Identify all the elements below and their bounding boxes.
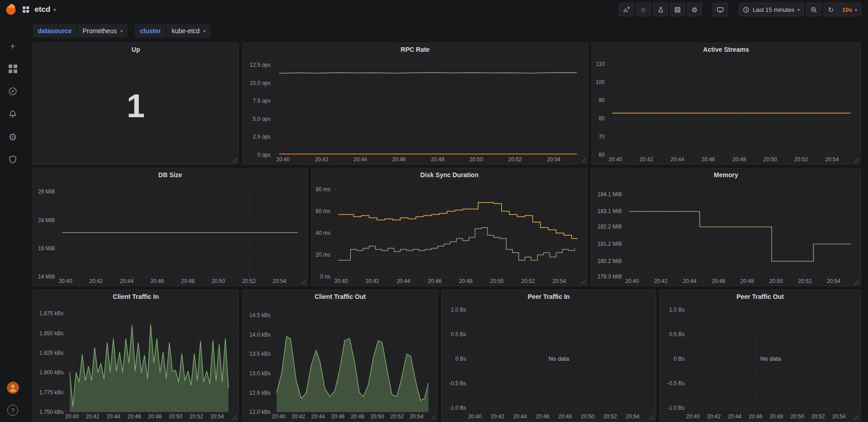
grafana-logo-icon[interactable] <box>5 3 17 16</box>
panel-title[interactable]: Disk Sync Duration <box>312 169 587 181</box>
svg-text:1.850 kBs: 1.850 kBs <box>39 330 64 337</box>
svg-text:1.825 kBs: 1.825 kBs <box>39 350 64 356</box>
svg-text:20:50: 20:50 <box>763 156 777 163</box>
panel-peer-traffic-in: Peer Traffic In 20:4020:4220:4420:4620:4… <box>441 290 656 422</box>
sidebar-item-create[interactable]: + <box>7 40 19 52</box>
share-button[interactable] <box>653 3 668 16</box>
client-traffic-out-chart[interactable]: 20:4020:4220:4420:4620:4820:5020:5220:54… <box>243 303 437 421</box>
panel-peer-traffic-out: Peer Traffic Out 20:4020:4220:4420:4620:… <box>660 290 861 422</box>
dashboard-title-dropdown[interactable]: etcd ▾ <box>35 5 56 14</box>
svg-text:-0.5 Bs: -0.5 Bs <box>667 380 685 387</box>
peer-traffic-in-chart[interactable]: 20:4020:4220:4420:4620:4820:5020:5220:54… <box>442 303 655 421</box>
svg-text:20:44: 20:44 <box>311 413 325 420</box>
sidebar-item-server-admin[interactable] <box>7 154 19 165</box>
dashboards-icon <box>9 65 17 73</box>
svg-text:90: 90 <box>598 97 605 104</box>
sidebar: + ⚙ ? <box>0 19 25 422</box>
svg-text:20:48: 20:48 <box>431 156 444 163</box>
time-range-picker[interactable]: Last 15 minutes ▾ <box>739 3 804 16</box>
dashboard-content: datasource Prometheus ▾ cluster kube-etc… <box>25 19 868 422</box>
rpc-rate-chart[interactable]: 20:4020:4220:4420:4620:4820:5020:5220:54… <box>243 56 587 164</box>
svg-text:20:50: 20:50 <box>490 278 503 284</box>
panel-title[interactable]: Peer Traffic Out <box>660 290 860 303</box>
panel-title[interactable]: Client Traffic Out <box>243 290 437 303</box>
svg-text:20:50: 20:50 <box>769 278 783 284</box>
svg-text:13.5 kBs: 13.5 kBs <box>250 351 271 357</box>
svg-text:20:40: 20:40 <box>608 156 622 163</box>
panel-grid: Up 1 RPC Rate 20:4020:4220:4420:4620:482… <box>25 43 868 422</box>
refresh-interval-dropdown[interactable]: 10s ▾ <box>838 3 861 16</box>
panel-disk-sync-duration: Disk Sync Duration 20:4020:4220:4420:462… <box>311 168 588 286</box>
sidebar-item-configuration[interactable]: ⚙ <box>7 131 19 143</box>
svg-text:20:52: 20:52 <box>798 278 812 284</box>
panel-title[interactable]: Up <box>33 43 238 56</box>
svg-text:20:44: 20:44 <box>396 278 410 284</box>
refresh-button[interactable]: ↻ <box>824 3 838 16</box>
dashboard-settings-button[interactable]: ⚙ <box>687 3 702 16</box>
plus-icon: + <box>10 41 15 51</box>
svg-text:29 MiB: 29 MiB <box>38 189 55 195</box>
svg-text:20:50: 20:50 <box>169 413 182 420</box>
svg-text:20:42: 20:42 <box>365 278 379 284</box>
svg-text:20:40: 20:40 <box>626 278 639 284</box>
svg-text:1.0 Bs: 1.0 Bs <box>451 307 466 313</box>
sidebar-item-explore[interactable] <box>7 85 19 97</box>
navbar-right: ☆ ⚙ Last 15 minutes ▾ ↻ 10s <box>619 3 862 16</box>
client-traffic-in-chart[interactable]: 20:4020:4220:4420:4620:4820:5020:5220:54… <box>33 303 238 421</box>
svg-text:1.875 kBs: 1.875 kBs <box>39 310 64 317</box>
variable-cluster-dropdown[interactable]: kube-etcd ▾ <box>167 24 211 38</box>
svg-text:20:40: 20:40 <box>65 413 79 420</box>
svg-text:0 Bs: 0 Bs <box>674 356 685 362</box>
sidebar-item-dashboards[interactable] <box>7 63 19 74</box>
svg-text:20:46: 20:46 <box>749 413 762 420</box>
variable-datasource-dropdown[interactable]: Prometheus ▾ <box>78 24 128 38</box>
svg-text:100: 100 <box>596 79 605 85</box>
panel-title[interactable]: Peer Traffic In <box>442 290 655 303</box>
svg-text:20:44: 20:44 <box>683 278 696 284</box>
svg-text:-1.0 Bs: -1.0 Bs <box>667 405 685 411</box>
svg-text:20:48: 20:48 <box>740 278 754 284</box>
save-button[interactable] <box>670 3 685 16</box>
up-stat-value: 1 <box>33 56 238 164</box>
dashboard-grid-icon[interactable] <box>23 6 29 13</box>
shield-icon <box>8 155 17 164</box>
svg-text:20:52: 20:52 <box>521 278 535 284</box>
zoom-out-button[interactable] <box>806 3 821 16</box>
svg-text:179.3 MiB: 179.3 MiB <box>597 273 622 280</box>
clock-icon <box>743 6 750 13</box>
svg-text:20:54: 20:54 <box>827 278 841 284</box>
disk-sync-duration-chart[interactable]: 20:4020:4220:4420:4620:4820:5020:5220:54… <box>312 181 587 286</box>
panel-title[interactable]: Memory <box>592 169 860 181</box>
svg-text:0.5 Bs: 0.5 Bs <box>451 331 466 338</box>
active-streams-chart[interactable]: 20:4020:4220:4420:4620:4820:5020:5220:54… <box>592 56 860 164</box>
svg-text:181.2 MiB: 181.2 MiB <box>597 241 622 247</box>
add-panel-button[interactable] <box>619 3 634 16</box>
help-button[interactable]: ? <box>7 405 18 416</box>
panel-title[interactable]: Client Traffic In <box>33 290 238 303</box>
template-variables-row: datasource Prometheus ▾ cluster kube-etc… <box>25 19 868 43</box>
svg-text:20:42: 20:42 <box>639 156 653 163</box>
svg-text:20:48: 20:48 <box>459 278 473 284</box>
variable-datasource-value: Prometheus <box>83 27 117 35</box>
user-avatar[interactable] <box>7 382 19 394</box>
svg-text:20:48: 20:48 <box>732 156 746 163</box>
magnifier-icon <box>810 6 817 13</box>
panel-title[interactable]: RPC Rate <box>243 43 587 56</box>
panel-title[interactable]: Active Streams <box>592 43 860 56</box>
cycle-view-button[interactable] <box>713 3 728 16</box>
panel-active-streams: Active Streams 20:4020:4220:4420:4620:48… <box>592 43 861 164</box>
star-button[interactable]: ☆ <box>636 3 651 16</box>
db-size-chart[interactable]: 20:4020:4220:4420:4620:4820:5020:5220:54… <box>33 181 307 286</box>
panel-memory: Memory 20:4020:4220:4420:4620:4820:5020:… <box>591 168 861 286</box>
memory-chart[interactable]: 20:4020:4220:4420:4620:4820:5020:5220:54… <box>592 181 860 286</box>
peer-traffic-out-chart[interactable]: 20:4020:4220:4420:4620:4820:5020:5220:54… <box>660 303 860 421</box>
sidebar-item-alerting[interactable] <box>7 108 19 120</box>
svg-text:20:40: 20:40 <box>272 413 286 420</box>
svg-text:20:54: 20:54 <box>410 413 424 420</box>
svg-text:20:46: 20:46 <box>536 413 549 420</box>
chevron-down-icon: ▾ <box>54 7 56 12</box>
svg-text:-0.5 Bs: -0.5 Bs <box>449 380 466 387</box>
svg-text:183.1 MiB: 183.1 MiB <box>597 208 622 214</box>
svg-text:20:44: 20:44 <box>513 413 527 420</box>
panel-title[interactable]: DB Size <box>33 169 307 181</box>
